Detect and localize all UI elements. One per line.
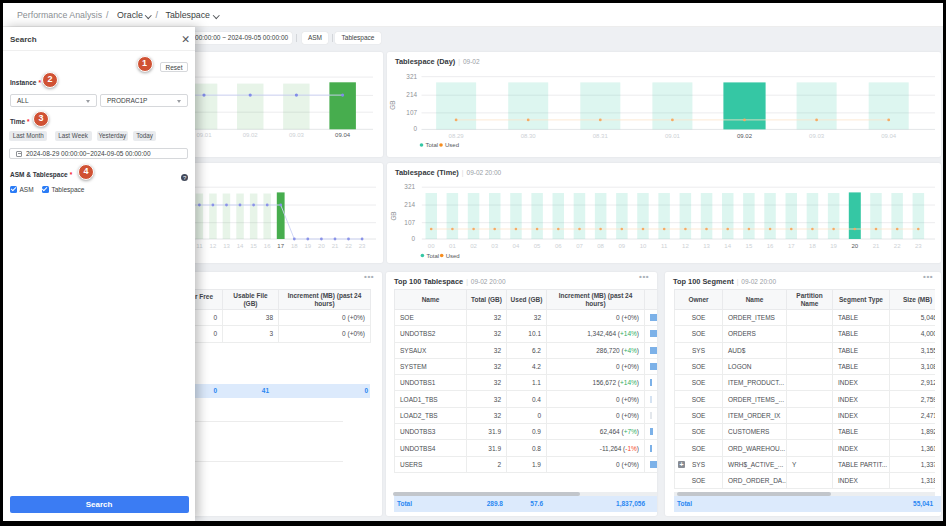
svg-text:17: 17	[788, 243, 795, 249]
svg-text:13: 13	[703, 243, 710, 249]
svg-text:16: 16	[767, 243, 774, 249]
svg-text:07: 07	[576, 243, 583, 249]
svg-text:16: 16	[264, 243, 271, 249]
svg-text:GB: GB	[390, 211, 397, 220]
svg-text:09.01: 09.01	[665, 133, 681, 139]
svg-text:11: 11	[661, 243, 668, 249]
svg-text:321: 321	[406, 73, 417, 80]
svg-text:15: 15	[746, 243, 753, 249]
svg-text:214: 214	[406, 91, 417, 98]
svg-text:22: 22	[345, 243, 352, 249]
svg-text:08: 08	[597, 243, 604, 249]
svg-text:08.31: 08.31	[593, 133, 609, 139]
svg-text:19: 19	[830, 243, 837, 249]
svg-text:12: 12	[210, 243, 217, 249]
svg-text:05: 05	[534, 243, 541, 249]
svg-text:Used: Used	[446, 253, 460, 259]
svg-text:Total: Total	[426, 253, 439, 259]
svg-text:02: 02	[470, 243, 477, 249]
svg-text:11: 11	[196, 243, 203, 249]
svg-text:09.02: 09.02	[737, 133, 753, 139]
svg-text:17: 17	[277, 243, 284, 249]
svg-text:GB: GB	[389, 100, 396, 109]
svg-text:09.03: 09.03	[809, 133, 825, 139]
svg-text:0: 0	[413, 125, 417, 132]
svg-text:Total: Total	[426, 142, 439, 148]
svg-text:23: 23	[359, 243, 366, 249]
svg-text:09.04: 09.04	[335, 132, 351, 138]
svg-text:09.02: 09.02	[243, 132, 259, 138]
svg-text:13: 13	[223, 243, 230, 249]
svg-text:09.04: 09.04	[881, 133, 897, 139]
svg-text:21: 21	[332, 243, 339, 249]
svg-text:10: 10	[640, 243, 647, 249]
svg-text:21: 21	[873, 243, 880, 249]
svg-text:14: 14	[724, 243, 731, 249]
svg-text:12: 12	[682, 243, 689, 249]
svg-text:04: 04	[513, 243, 520, 249]
svg-text:15: 15	[250, 243, 257, 249]
svg-text:00: 00	[428, 243, 435, 249]
svg-text:22: 22	[894, 243, 901, 249]
svg-text:18: 18	[809, 243, 816, 249]
svg-text:18: 18	[291, 243, 298, 249]
svg-text:321: 321	[404, 183, 415, 190]
svg-text:08.29: 08.29	[449, 133, 465, 139]
svg-text:107: 107	[404, 219, 415, 226]
svg-text:20: 20	[318, 243, 325, 249]
svg-text:01: 01	[449, 243, 456, 249]
svg-text:06: 06	[555, 243, 562, 249]
svg-text:08.30: 08.30	[521, 133, 537, 139]
svg-text:03: 03	[491, 243, 498, 249]
svg-text:23: 23	[915, 243, 922, 249]
svg-text:19: 19	[304, 243, 311, 249]
svg-text:0: 0	[411, 235, 415, 242]
svg-text:09: 09	[618, 243, 625, 249]
svg-text:107: 107	[406, 109, 417, 116]
svg-text:09.03: 09.03	[289, 132, 305, 138]
svg-text:14: 14	[237, 243, 244, 249]
svg-text:214: 214	[404, 201, 415, 208]
svg-text:Used: Used	[445, 142, 459, 148]
svg-text:09.01: 09.01	[196, 132, 212, 138]
svg-text:20: 20	[851, 243, 858, 249]
